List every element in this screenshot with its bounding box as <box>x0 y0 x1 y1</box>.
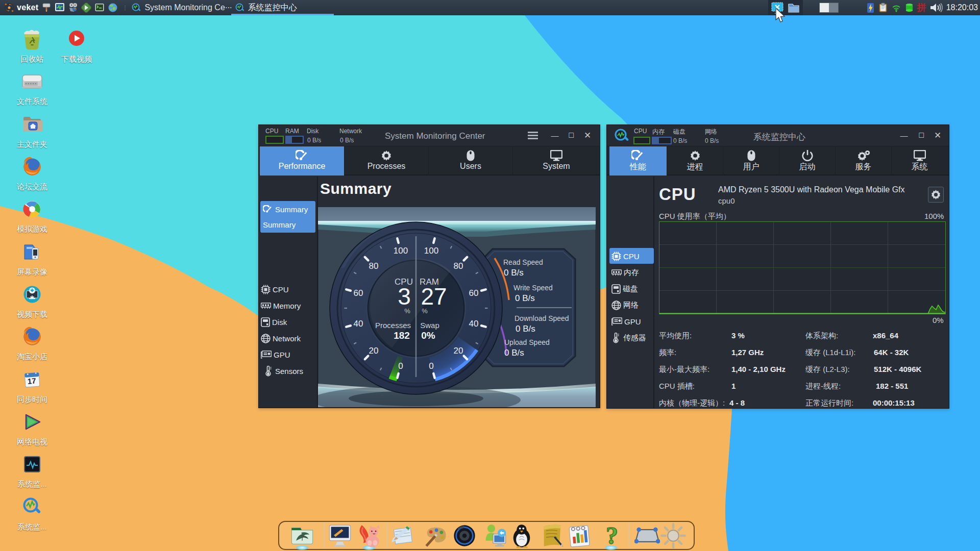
svg-text:0: 0 <box>429 361 433 371</box>
svg-text:Write Speed: Write Speed <box>513 284 553 292</box>
svg-text:Processes: Processes <box>375 321 411 330</box>
svg-text:Swap: Swap <box>420 321 439 330</box>
svg-text:40: 40 <box>354 319 363 329</box>
svg-text:0: 0 <box>398 361 403 371</box>
svg-text:0 B/s: 0 B/s <box>516 324 535 334</box>
svg-text:100: 100 <box>424 246 438 256</box>
svg-text:0 B/s: 0 B/s <box>515 293 535 303</box>
svg-text:27: 27 <box>421 283 447 310</box>
svg-text:?: ? <box>606 523 618 548</box>
svg-text:0 B/s: 0 B/s <box>504 268 524 278</box>
svg-text:80: 80 <box>454 261 463 271</box>
svg-text:%: % <box>404 307 410 315</box>
svg-text:17: 17 <box>27 377 36 386</box>
svg-text:Download Speed: Download Speed <box>514 314 569 322</box>
svg-text:3: 3 <box>398 283 411 310</box>
svg-text:Read Speed: Read Speed <box>503 258 543 266</box>
svg-text:20: 20 <box>454 346 463 356</box>
svg-text:%: % <box>422 307 428 315</box>
svg-text:0 B/s: 0 B/s <box>504 348 524 358</box>
svg-text:60: 60 <box>469 288 479 298</box>
svg-text:60: 60 <box>354 288 363 298</box>
svg-text:0%: 0% <box>421 330 435 341</box>
svg-text:182: 182 <box>394 330 410 341</box>
svg-text:20: 20 <box>369 346 379 356</box>
svg-text:80: 80 <box>369 261 379 271</box>
svg-text:40: 40 <box>469 319 479 329</box>
svg-text:100: 100 <box>394 246 408 256</box>
svg-text:Upload Speed: Upload Speed <box>504 338 550 346</box>
